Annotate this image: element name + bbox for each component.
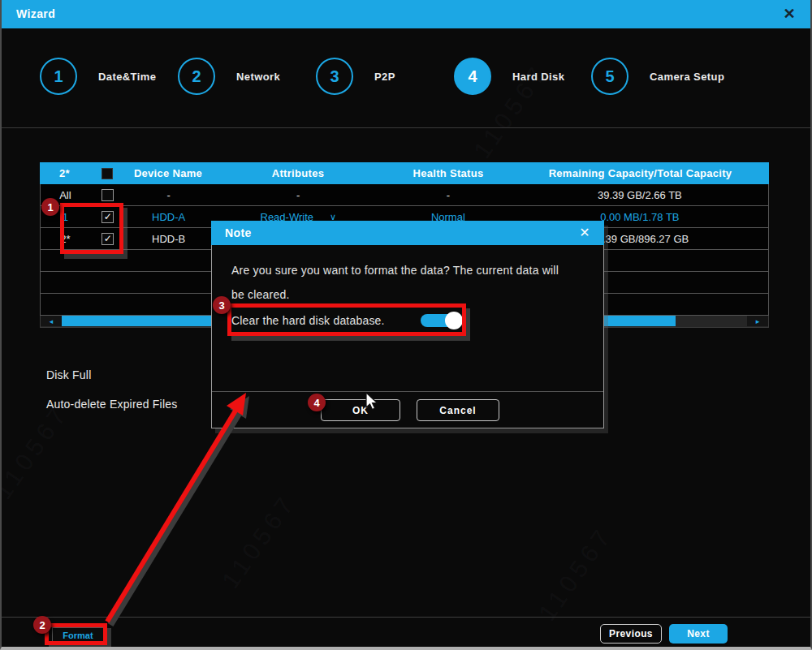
step-camera-setup: 5 Camera Setup bbox=[591, 58, 724, 95]
dialog-close-icon[interactable]: ✕ bbox=[575, 221, 594, 245]
auto-delete-label: Auto-delete Expired Files bbox=[46, 398, 177, 411]
dialog-title: Note bbox=[225, 221, 252, 245]
device-name-cell: HDD-B bbox=[126, 228, 212, 249]
capacity-cell: 39.39 GB/2.66 TB bbox=[512, 184, 768, 205]
step-circle: 1 bbox=[40, 58, 77, 95]
dialog-message: Are you sure you want to format the data… bbox=[231, 258, 587, 307]
table-row[interactable]: All✓---39.39 GB/2.66 TB bbox=[41, 184, 768, 206]
watermark: 110567 bbox=[217, 489, 302, 593]
row-index: All bbox=[41, 184, 90, 205]
cell-checkbox: ✓ bbox=[90, 184, 126, 205]
step-label: Hard Disk bbox=[512, 71, 564, 83]
wizard-steps: 1 Date&Time 2 Network 3 P2P 4 Hard Disk … bbox=[2, 28, 810, 128]
header-index: 2* bbox=[40, 162, 89, 184]
checkbox-checked[interactable]: ✓ bbox=[102, 211, 114, 223]
table-header: 2* Device Name Attributes Health Status … bbox=[40, 162, 769, 184]
row-index: 1 bbox=[41, 206, 90, 227]
step-hard-disk-active: 4 Hard Disk bbox=[454, 58, 564, 95]
step-p2p: 3 P2P bbox=[316, 58, 395, 95]
clear-database-label: Clear the hard disk database. bbox=[231, 314, 385, 327]
next-button[interactable]: Next bbox=[669, 624, 728, 644]
dialog-header: Note ✕ bbox=[211, 221, 604, 245]
step-label: Camera Setup bbox=[650, 71, 724, 83]
header-attributes: Attributes bbox=[211, 162, 385, 184]
header-capacity: Remaining Capacity/Total Capacity bbox=[512, 162, 769, 184]
device-name-cell: - bbox=[126, 184, 212, 205]
previous-button[interactable]: Previous bbox=[600, 624, 662, 644]
ok-button[interactable]: OK bbox=[321, 399, 400, 421]
step-circle: 5 bbox=[591, 58, 628, 95]
dialog-footer-divider bbox=[212, 391, 603, 392]
watermark: 110567 bbox=[0, 399, 74, 504]
step-label: Network bbox=[236, 71, 280, 83]
wizard-window: 110567 110567 110567 110567 110567 Wizar… bbox=[0, 0, 812, 650]
checkbox-checked[interactable]: ✓ bbox=[102, 233, 114, 245]
cell-checkbox: ✓ bbox=[90, 206, 126, 227]
note-dialog: Note ✕ Are you sure you want to format t… bbox=[211, 221, 604, 428]
format-button[interactable]: Format bbox=[52, 627, 104, 643]
disk-full-label: Disk Full bbox=[46, 368, 91, 381]
dialog-message-line1: Are you sure you want to format the data… bbox=[231, 258, 587, 282]
checkbox-unchecked[interactable]: ✓ bbox=[102, 189, 114, 201]
scroll-right-icon[interactable]: ▸ bbox=[747, 316, 768, 326]
cancel-button[interactable]: Cancel bbox=[417, 399, 499, 421]
step-network: 2 Network bbox=[178, 58, 280, 95]
close-icon[interactable]: ✕ bbox=[778, 0, 801, 28]
header-device-name: Device Name bbox=[125, 162, 211, 184]
step-label: Date&Time bbox=[98, 71, 156, 83]
title-bar: Wizard ✕ bbox=[2, 0, 810, 28]
header-health-status: Health Status bbox=[385, 162, 512, 184]
step-circle: 3 bbox=[316, 58, 353, 95]
clear-database-toggle[interactable] bbox=[421, 314, 461, 327]
scroll-left-icon[interactable]: ◂ bbox=[41, 316, 62, 326]
health-status-cell: - bbox=[385, 184, 512, 205]
cell-checkbox: ✓ bbox=[90, 228, 126, 249]
step-circle: 4 bbox=[454, 58, 491, 95]
dialog-message-line2: be cleared. bbox=[231, 282, 587, 307]
header-checkbox[interactable] bbox=[102, 168, 113, 179]
step-label: P2P bbox=[374, 71, 395, 83]
watermark: 110567 bbox=[533, 521, 619, 626]
window-title: Wizard bbox=[16, 0, 55, 28]
toggle-knob bbox=[445, 312, 463, 329]
step-circle: 2 bbox=[178, 58, 215, 95]
device-name-cell: HDD-A bbox=[126, 206, 212, 227]
bottom-divider bbox=[2, 617, 810, 618]
step-date-time: 1 Date&Time bbox=[40, 58, 156, 95]
attributes-cell: - bbox=[212, 184, 386, 205]
dialog-body: Are you sure you want to format the data… bbox=[211, 245, 604, 428]
row-index: 2* bbox=[41, 228, 90, 249]
annotation-badge-2: 2 bbox=[33, 616, 51, 634]
